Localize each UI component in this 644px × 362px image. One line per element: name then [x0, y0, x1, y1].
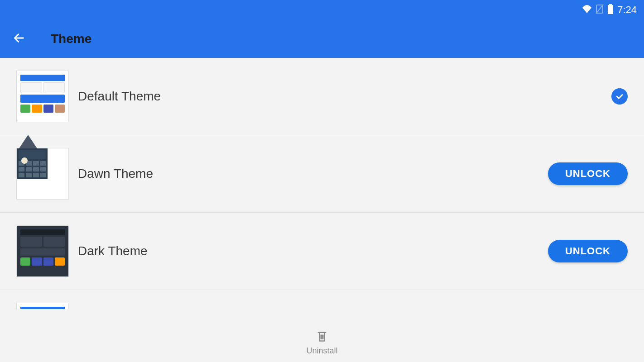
theme-item-partial[interactable]: [0, 290, 644, 309]
theme-name-label: Dawn Theme: [78, 167, 539, 181]
theme-item-dark[interactable]: Dark Theme UNLOCK: [0, 213, 644, 290]
battery-icon: [607, 4, 614, 16]
unlock-button[interactable]: UNLOCK: [548, 240, 628, 262]
svg-rect-2: [609, 4, 612, 5]
wifi-icon: [582, 5, 592, 15]
theme-item-default[interactable]: Default Theme: [0, 58, 644, 135]
uninstall-label: Uninstall: [306, 346, 337, 356]
theme-thumbnail: [16, 225, 69, 277]
unlock-button[interactable]: UNLOCK: [548, 162, 628, 185]
page-title: Theme: [51, 32, 91, 46]
theme-thumbnail: [16, 303, 69, 309]
status-time: 7:24: [617, 4, 637, 16]
svg-rect-3: [608, 5, 613, 14]
no-sim-icon: [596, 4, 604, 16]
svg-line-1: [596, 5, 603, 14]
selected-check-icon: [611, 88, 628, 105]
bottom-bar[interactable]: Uninstall: [0, 324, 644, 362]
app-bar: Theme: [0, 20, 644, 58]
theme-item-dawn[interactable]: Dawn Theme UNLOCK: [0, 135, 644, 213]
theme-thumbnail: [16, 148, 69, 200]
theme-thumbnail: [16, 71, 69, 122]
theme-name-label: Default Theme: [78, 89, 602, 104]
status-bar: 7:24: [0, 0, 644, 20]
trash-icon: [316, 330, 328, 344]
theme-list: Default Theme Dawn Theme UNLOCK: [0, 58, 644, 309]
theme-name-label: Dark Theme: [78, 244, 539, 258]
back-icon[interactable]: [13, 32, 25, 46]
